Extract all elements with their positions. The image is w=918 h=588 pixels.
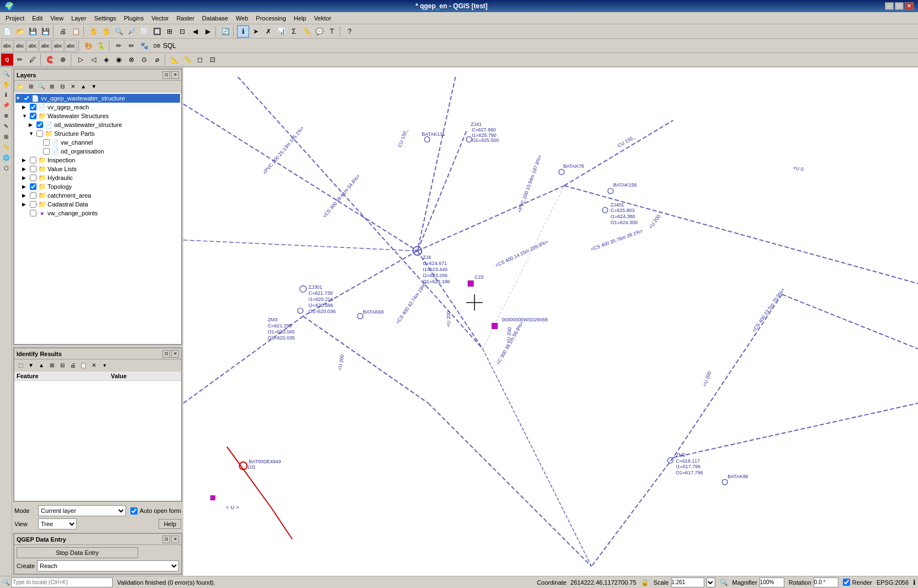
zoom-selection-button[interactable]: ⊡ [176,25,188,38]
layers-filter-button[interactable]: 🔍 [36,82,46,92]
identify-button[interactable]: ℹ [237,25,249,38]
map-canvas[interactable]: <PVC 200 25.13m 105.1%> <CS 300 58.61m 5… [183,67,918,576]
layer-item-vv-qgep-wastewater-structure[interactable]: ▼ 📄 vv_qgep_wastewater_structure [15,94,180,103]
rotation-input[interactable] [814,578,838,587]
digitize-btn-2[interactable]: ✏ [125,40,138,52]
pan-map-button[interactable]: 🖐 [100,25,112,38]
expand-arrow[interactable]: ▶ [22,166,29,172]
layer-checkbox[interactable] [30,104,36,110]
node-WS029068[interactable] [492,323,498,329]
left-tool-5[interactable]: ⊕ [1,110,11,120]
expand-arrow[interactable]: ▶ [22,184,29,189]
left-tool-6[interactable]: ✎ [1,121,11,131]
print-button[interactable]: 🖨 [57,25,69,38]
edit-node-1[interactable]: ▷ [75,54,87,66]
edit-node-3[interactable]: ◈ [100,54,112,66]
cad-tool-3[interactable]: ◻ [194,54,206,66]
menu-processing[interactable]: Processing [252,14,289,23]
layer-checkbox[interactable] [30,210,36,216]
menu-layer[interactable]: Layer [68,14,90,23]
measure-button[interactable]: 📏 [300,25,313,38]
mode-select[interactable]: Current layer Top down From bottom [38,505,126,516]
expand-arrow[interactable]: ▶ [22,104,29,110]
layer-item-vv-qgep-reach[interactable]: ▶ 📄 vv_qgep_reach [22,103,180,112]
query-builder[interactable]: SQL [163,40,176,52]
edit-node-6[interactable]: ⊙ [138,54,150,66]
cad-tool-2[interactable]: 📏 [181,54,193,66]
layer-checkbox[interactable] [30,113,36,119]
refresh-button[interactable]: 🔄 [219,25,231,38]
menu-settings[interactable]: Settings [91,14,119,23]
prev-extent-button[interactable]: ◀ [189,25,201,38]
select-button[interactable]: ➤ [250,25,262,38]
layer-checkbox[interactable] [43,148,50,155]
style-btn-1[interactable]: 🎨 [82,40,94,52]
identify-panel-float-button[interactable]: ⊡ [162,350,170,358]
digitize-btn-3[interactable]: 🐾 [138,40,150,52]
layers-up-button[interactable]: ▲ [78,82,88,92]
identify-tb-4[interactable]: ⊞ [47,361,57,370]
left-tool-1[interactable]: 🔍 [1,68,11,78]
layer-item-inspection[interactable]: ▶ 📁 Inspection [22,156,180,165]
zoom-rubber-button[interactable]: ⬜ [138,25,150,38]
qgep-panel-float-button[interactable]: ⊡ [162,536,170,543]
layers-add-group-button[interactable]: 📁 [15,82,25,92]
label-tool-4[interactable]: abc [39,40,51,52]
menu-plugins[interactable]: Plugins [120,14,147,23]
edit-node-4[interactable]: ◉ [113,54,125,66]
layers-expand-all-button[interactable]: ⊞ [47,82,57,92]
layers-manage-button[interactable]: ⊞ [26,82,36,92]
menu-database[interactable]: Database [199,14,231,23]
menu-vektor[interactable]: Vektor [310,14,334,23]
layer-item-topology[interactable]: ▶ 📁 Topology [22,182,180,191]
identify-tb-1[interactable]: ⬚ [15,361,25,370]
layer-checkbox[interactable] [30,166,36,172]
layer-item-od-wastewater-structure[interactable]: ▶ 📄 od_wastewater_structure [29,120,180,129]
annotation-button[interactable]: T [326,25,338,38]
magnifier-input[interactable] [759,578,784,587]
layer-item-vw-channel[interactable]: 📄 vw_channel [35,138,180,147]
open-table-button[interactable]: 📊 [275,25,287,38]
next-extent-button[interactable]: ▶ [202,25,214,38]
layer-checkbox[interactable] [30,157,36,163]
zoom-full-button[interactable]: 🔲 [151,25,163,38]
view-select[interactable]: Tree Table Graph [38,518,77,529]
scale-input[interactable] [671,578,704,587]
help-button[interactable]: Help [159,519,181,529]
statusbar-epsg[interactable]: EPSG:2056 [877,579,909,586]
layer-item-cadastral[interactable]: ▶ 📁 Cadastral Data [22,200,180,209]
label-tool-1[interactable]: abc [1,40,13,52]
menu-web[interactable]: Web [233,14,251,23]
stop-data-entry-button[interactable]: Stop Data Entry [17,547,138,558]
expand-arrow[interactable]: ▼ [15,96,22,101]
expand-arrow[interactable]: ▼ [22,113,29,119]
zoom-layer-button[interactable]: ⊞ [163,25,176,38]
layers-panel-close-button[interactable]: ✕ [171,71,179,79]
layers-down-button[interactable]: ▼ [89,82,99,92]
lock-icon[interactable]: 🔒 [641,579,649,586]
open-project-button[interactable]: 📂 [14,25,26,38]
identify-tb-print[interactable]: 🖨 [68,361,78,370]
layer-checkbox[interactable] [30,174,36,181]
python-btn[interactable]: 🐍 [95,40,107,52]
save-as-button[interactable]: 💾 [39,25,51,38]
menu-edit[interactable]: Edit [29,14,46,23]
expand-arrow[interactable]: ▼ [29,131,35,136]
label-tool-6[interactable]: abc [65,40,77,52]
layer-checkbox[interactable] [43,139,50,146]
map-tips-button[interactable]: 💬 [313,25,325,38]
layer-item-od-organisation[interactable]: 📄 od_organisation [35,147,180,156]
cad-tool-4[interactable]: ⊡ [207,54,219,66]
expand-arrow[interactable]: ▶ [22,193,29,198]
edit-tool-2[interactable]: 🖊 [27,54,39,66]
menu-raster[interactable]: Raster [173,14,197,23]
close-button[interactable]: ✕ [905,2,914,10]
menu-view[interactable]: View [47,14,67,23]
edit-node-5[interactable]: ⊗ [125,54,138,66]
layer-item-catchment-area[interactable]: ▶ 📁 catchment_area [22,191,180,200]
zoom-in-button[interactable]: 🔍 [113,25,125,38]
expand-arrow[interactable]: ▶ [22,157,29,163]
label-tool-2[interactable]: abc [14,40,26,52]
minimize-button[interactable]: ─ [885,2,894,10]
statistics-button[interactable]: Σ [288,25,300,38]
